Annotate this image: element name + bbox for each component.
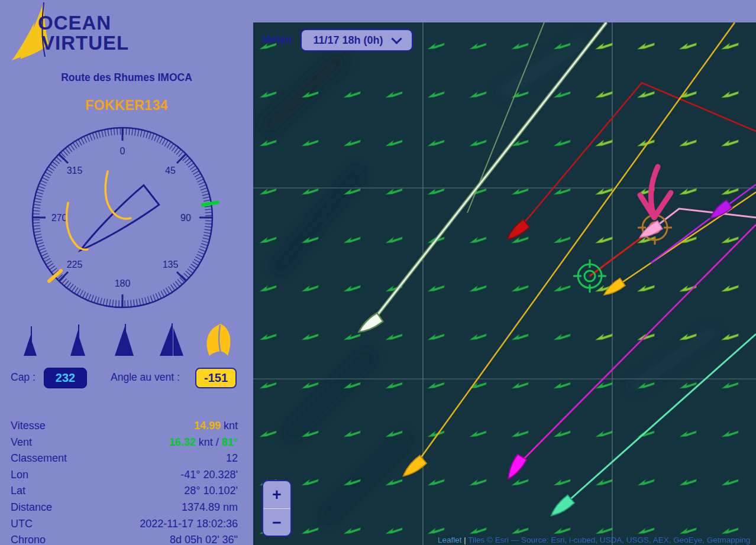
svg-text:135: 135: [163, 259, 179, 270]
zoom-in-button[interactable]: +: [263, 481, 290, 509]
chevron-down-icon: [391, 33, 402, 44]
stat-row-vitesse: Vitesse 14.99 knt: [11, 420, 238, 436]
chrono-value: 8d 05h 02' 36": [170, 534, 238, 545]
sail-option-1-icon[interactable]: [13, 322, 50, 359]
leaflet-link[interactable]: Leaflet: [438, 536, 462, 544]
stat-row-vent: Vent 16.32 knt / 81°: [11, 436, 238, 453]
logo-text-line2: VIRTUEL: [41, 32, 129, 54]
cap-label: Cap :: [11, 371, 35, 384]
sidebar: OCEAN VIRTUEL Route des Rhumes IMOCA FOK…: [0, 0, 253, 545]
stat-row-classement: Classement 12: [11, 452, 238, 469]
angle-au-vent-label: Angle au vent :: [111, 371, 180, 384]
attribution-source: Tiles © Esri — Source: Esri, i-cubed, US…: [468, 536, 750, 544]
stat-label: Lon: [11, 469, 28, 481]
distance-value: 1374.89 nm: [182, 501, 238, 514]
lon-value: -41° 20.328': [180, 469, 238, 481]
vitesse-unit: knt: [221, 420, 238, 432]
svg-text:90: 90: [180, 213, 191, 223]
stat-label: Distance: [11, 501, 52, 514]
vent-mid: knt /: [196, 436, 222, 448]
sail-selector: [13, 320, 238, 359]
stat-label: Vent: [11, 436, 32, 449]
svg-text:0: 0: [120, 146, 125, 156]
vitesse-value: 14.99: [194, 420, 221, 432]
sail-option-2-icon[interactable]: [60, 322, 97, 359]
ocean-virtuel-app: { "logo": { "line1": "OCEAN", "line2": "…: [0, 0, 756, 545]
logo-text-line1: OCEAN: [38, 12, 111, 34]
svg-text:270: 270: [51, 213, 67, 223]
stat-row-distance: Distance 1374.89 nm: [11, 501, 238, 518]
sail-option-3-icon[interactable]: [107, 322, 144, 359]
sail-option-spinnaker-icon[interactable]: [201, 322, 238, 359]
attribution-separator: |: [462, 536, 469, 544]
map-zoom-control: + −: [262, 480, 292, 537]
stat-label: UTC: [11, 518, 33, 530]
utc-value: 2022-11-17 18:02:36: [140, 518, 238, 530]
stat-row-lon: Lon -41° 20.328': [11, 469, 238, 485]
vent-speed: 16.32: [169, 436, 196, 448]
angle-au-vent-value-box[interactable]: -151: [195, 368, 237, 388]
classement-value: 12: [226, 452, 238, 465]
race-map[interactable]: Météo 11/17 18h (0h) + − Leaflet | Tiles…: [253, 22, 756, 545]
stat-label: Lat: [11, 485, 25, 497]
stats-panel: Vitesse 14.99 knt Vent 16.32 knt / 81° C…: [11, 420, 238, 545]
sail-option-4-icon[interactable]: [154, 322, 191, 359]
angle-au-vent-value: -151: [204, 371, 228, 385]
stat-row-chrono: Chrono 8d 05h 02' 36": [11, 534, 238, 545]
cap-value: 232: [56, 371, 75, 385]
svg-text:180: 180: [115, 278, 131, 288]
stat-row-lat: Lat 28° 10.102': [11, 485, 238, 501]
ocean-virtuel-logo[interactable]: OCEAN VIRTUEL: [7, 2, 141, 64]
heading-controls: Cap : 232 Angle au vent : -151: [0, 366, 253, 390]
lat-value: 28° 10.102': [184, 485, 238, 497]
meteo-select[interactable]: 11/17 18h (0h): [301, 29, 413, 51]
cap-value-box[interactable]: 232: [44, 368, 87, 388]
stat-label: Vitesse: [11, 420, 46, 432]
race-title: Route des Rhumes IMOCA: [0, 72, 253, 84]
map-canvas: [253, 22, 756, 545]
compass-wind-curves: [67, 171, 131, 249]
compass-dial[interactable]: 0 45 90 135 180 225 270 315: [25, 120, 220, 315]
zoom-out-button[interactable]: −: [263, 509, 290, 537]
svg-text:225: 225: [67, 259, 83, 270]
vent-direction: 81°: [222, 436, 238, 448]
stat-row-utc: UTC 2022-11-17 18:02:36: [11, 518, 238, 534]
stat-label: Chrono: [11, 534, 46, 545]
map-attribution: Leaflet | Tiles © Esri — Source: Esri, i…: [438, 536, 750, 544]
svg-text:45: 45: [165, 166, 176, 176]
svg-text:315: 315: [67, 166, 83, 176]
meteo-selected-value: 11/17 18h (0h): [313, 34, 383, 47]
meteo-label: Météo: [262, 34, 292, 46]
wind-direction-mark: [203, 202, 218, 205]
stat-label: Classement: [11, 452, 67, 465]
boat-name: FOKKER134: [0, 98, 253, 113]
